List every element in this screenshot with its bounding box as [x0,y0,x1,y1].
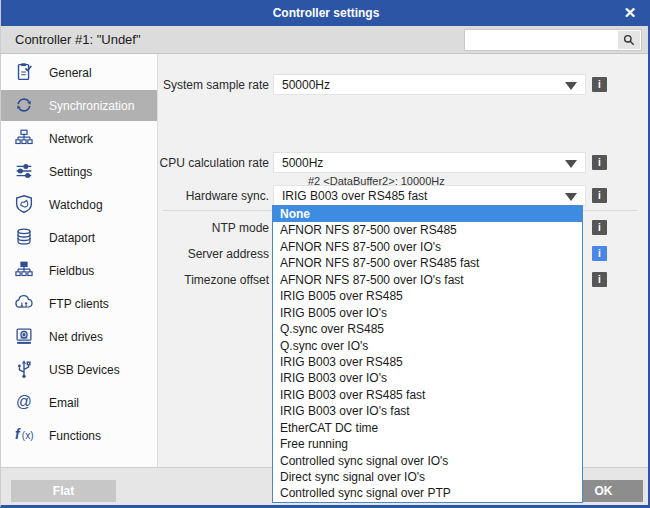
combobox-value: 5000Hz [282,156,323,170]
dropdown-option-none[interactable]: None [273,206,582,222]
sidebar-item-net-drives[interactable]: Net drives [1,321,157,352]
dropdown-option-free-running[interactable]: Free running [273,436,582,452]
info-icon[interactable]: i [592,155,607,170]
fx-icon: f(x) [13,424,35,446]
field-row-hardware-sync: Hardware sync.IRIG B003 over RS485 fasti [159,185,649,207]
sidebar-item-dataport[interactable]: Dataport [1,222,157,253]
field-row-system-sample-rate: System sample rate50000Hzi [159,74,649,96]
controller-settings-dialog: Controller settings ✕ Controller #1: "Un… [0,0,650,508]
svg-text:@: @ [16,393,32,410]
sidebar-item-label: Fieldbus [49,264,94,278]
field-label: NTP mode [159,221,269,235]
sidebar-item-fieldbus[interactable]: Fieldbus [1,255,157,286]
flat-button[interactable]: Flat [11,480,116,502]
sidebar-item-label: Dataport [49,231,95,245]
sidebar-item-functions[interactable]: f(x)Functions [1,420,157,451]
sidebar-item-label: USB Devices [49,363,120,377]
info-icon[interactable]: i [592,220,607,235]
watchdog-icon [13,193,35,215]
combobox-value: 50000Hz [282,78,330,92]
sidebar-item-label: FTP clients [49,297,109,311]
dropdown-option-irig-b005-over-io-s[interactable]: IRIG B005 over IO's [273,305,582,321]
combobox-value: IRIG B003 over RS485 fast [282,189,427,203]
search-box [464,29,642,51]
dropdown-option-afnor-nfs-87-500-over-io-s[interactable]: AFNOR NFS 87-500 over IO's [273,239,582,255]
chevron-down-icon [565,160,577,168]
sidebar-item-label: Functions [49,429,101,443]
search-button[interactable] [618,31,640,49]
sidebar: GeneralSynchronizationNetworkSettingsWat… [1,54,158,467]
sidebar-item-label: General [49,66,92,80]
sidebar-item-watchdog[interactable]: Watchdog [1,189,157,220]
fieldbus-tree-icon [13,259,35,281]
info-icon[interactable]: i [592,188,607,203]
svg-text:(x): (x) [22,430,34,441]
controller-title: Controller #1: "Undef" [15,32,141,47]
field-label: System sample rate [159,78,269,92]
cloud-transfer-icon [13,292,35,314]
dropdown-option-afnor-nfs-87-500-over-io-s-fast[interactable]: AFNOR NFS 87-500 over IO's fast [273,272,582,288]
hardware-sync-combobox[interactable]: IRIG B003 over RS485 fast [273,185,586,206]
sidebar-item-label: Email [49,396,79,410]
hardware-sync-dropdown-list: NoneAFNOR NFS 87-500 over RS485AFNOR NFS… [272,205,583,503]
chevron-down-icon [565,193,577,201]
clipboard-check-icon [13,61,35,83]
sidebar-item-label: Settings [49,165,92,179]
sidebar-item-synchronization[interactable]: Synchronization [1,90,157,121]
field-label: Hardware sync. [159,189,269,203]
sidebar-item-general[interactable]: General [1,57,157,88]
sidebar-item-settings[interactable]: Settings [1,156,157,187]
dropdown-option-q-sync-over-io-s[interactable]: Q.sync over IO's [273,338,582,354]
usb-icon [13,358,35,380]
network-tree-icon [13,127,35,149]
dropdown-option-irig-b005-over-rs485[interactable]: IRIG B005 over RS485 [273,288,582,304]
database-icon [13,226,35,248]
sidebar-item-label: Synchronization [49,99,134,113]
sidebar-item-label: Watchdog [49,198,103,212]
sidebar-item-usb-devices[interactable]: USB Devices [1,354,157,385]
dropdown-option-irig-b003-over-io-s[interactable]: IRIG B003 over IO's [273,370,582,386]
info-icon[interactable]: i [592,246,607,261]
window-title: Controller settings [1,6,650,20]
info-icon[interactable]: i [592,272,607,287]
title-bar: Controller settings ✕ [1,0,650,26]
sidebar-item-ftp-clients[interactable]: FTP clients [1,288,157,319]
sliders-icon [13,160,35,182]
dropdown-option-q-sync-over-rs485[interactable]: Q.sync over RS485 [273,321,582,337]
sidebar-item-label: Network [49,132,93,146]
dropdown-option-direct-sync-signal-over-io-s[interactable]: Direct sync signal over IO's [273,469,582,485]
main-panel: Set sample rates: #1 <DataBuffer1>: 5000… [159,54,649,467]
search-icon [622,33,636,50]
at-icon: @ [13,391,35,413]
dropdown-option-controlled-sync-signal-over-ptp[interactable]: Controlled sync signal over PTP [273,485,582,501]
net-drive-icon [13,325,35,347]
svg-text:f: f [15,427,21,442]
field-row-cpu-calculation-rate: CPU calculation rate5000Hzi [159,152,649,174]
system-sample-rate-combobox[interactable]: 50000Hz [273,74,586,95]
dropdown-option-irig-b003-over-rs485[interactable]: IRIG B003 over RS485 [273,354,582,370]
dropdown-option-afnor-nfs-87-500-over-rs485-fast[interactable]: AFNOR NFS 87-500 over RS485 fast [273,255,582,271]
field-label: Server address [159,247,269,261]
sync-icon [13,94,35,116]
sidebar-item-network[interactable]: Network [1,123,157,154]
info-icon[interactable]: i [592,77,607,92]
field-label: CPU calculation rate [159,156,269,170]
dropdown-option-controlled-sync-signal-over-io-s[interactable]: Controlled sync signal over IO's [273,453,582,469]
search-input[interactable] [467,31,617,49]
field-label: Timezone offset [159,273,269,287]
dropdown-option-ethercat-dc-time[interactable]: EtherCAT DC time [273,420,582,436]
chevron-down-icon [565,82,577,90]
cpu-calculation-rate-combobox[interactable]: 5000Hz [273,152,586,173]
header-strip: Controller #1: "Undef" [1,26,650,54]
dropdown-option-irig-b003-over-rs485-fast[interactable]: IRIG B003 over RS485 fast [273,387,582,403]
sidebar-item-label: Net drives [49,330,103,344]
close-icon[interactable]: ✕ [619,3,641,23]
dropdown-option-afnor-nfs-87-500-over-rs485[interactable]: AFNOR NFS 87-500 over RS485 [273,222,582,238]
dropdown-option-irig-b003-over-io-s-fast[interactable]: IRIG B003 over IO's fast [273,403,582,419]
sidebar-item-email[interactable]: @Email [1,387,157,418]
